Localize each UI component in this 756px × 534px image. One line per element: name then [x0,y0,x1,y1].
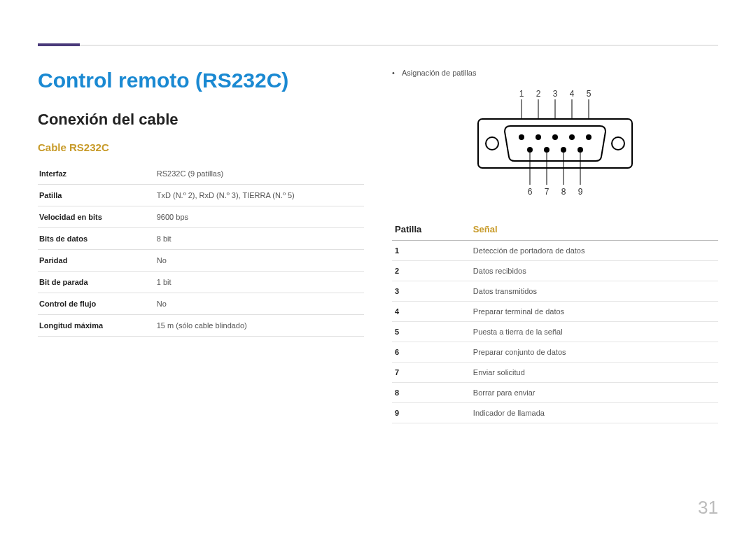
pin-signal: Preparar conjunto de datos [470,342,718,363]
spec-value: No [155,293,364,315]
subsection-title: Cable RS232C [38,141,364,153]
spec-label: Velocidad en bits [38,206,155,228]
connector-pin-label: 7 [545,187,550,197]
spec-value: 8 bit [155,228,364,250]
table-row: 2Datos recibidos [392,261,718,281]
left-column: Control remoto (RS232C) Conexión del cab… [38,69,364,423]
table-row: Longitud máxima15 m (sólo cable blindado… [38,315,364,337]
svg-point-7 [612,137,624,150]
table-row: ParidadNo [38,250,364,272]
spec-label: Patilla [38,185,155,206]
connector-pin-label: 4 [570,89,575,99]
connector-pin-label: 5 [587,89,592,99]
pin-signal: Indicador de llamada [470,403,718,423]
table-row: Bits de datos8 bit [38,228,364,250]
page-number: 31 [698,497,718,519]
svg-point-6 [486,137,498,150]
header-accent [38,43,80,46]
svg-point-8 [519,134,524,140]
pin-assignment-label: Asignación de patillas [392,69,718,77]
signal-header: Señal [470,218,718,241]
pin-signal: Datos recibidos [470,261,718,281]
table-row: 5Puesta a tierra de la señal [392,322,718,342]
table-row: Velocidad en bits9600 bps [38,206,364,228]
spec-label: Control de flujo [38,293,155,315]
table-row: 3Datos transmitidos [392,281,718,302]
spec-label: Bit de parada [38,272,155,293]
connector-pin-label: 3 [553,89,558,99]
spec-value: RS232C (9 patillas) [155,163,364,185]
connector-pin-label: 1 [519,89,524,99]
connector-pin-label: 8 [561,187,566,197]
pin-number: 2 [392,261,470,281]
pin-number: 7 [392,363,470,383]
right-column: Asignación de patillas 12345 [392,69,718,423]
header-rule [38,45,718,45]
connector-pin-label: 9 [578,187,583,197]
svg-point-10 [552,134,558,140]
table-row: 8Borrar para enviar [392,383,718,403]
pin-signal: Puesta a tierra de la señal [470,322,718,342]
pin-signal: Preparar terminal de datos [470,302,718,322]
spec-value: TxD (N.º 2), RxD (N.º 3), TIERRA (N.º 5) [155,185,364,206]
pin-number: 8 [392,383,470,403]
svg-point-15 [561,147,566,153]
svg-point-16 [578,147,583,153]
spec-value: No [155,250,364,272]
table-row: 4Preparar terminal de datos [392,302,718,322]
pin-number: 3 [392,281,470,302]
table-row: 1Detección de portadora de datos [392,241,718,261]
table-row: InterfazRS232C (9 patillas) [38,163,364,185]
table-row: PatillaTxD (N.º 2), RxD (N.º 3), TIERRA … [38,185,364,206]
pin-number: 5 [392,322,470,342]
pin-signal: Detección de portadora de datos [470,241,718,261]
pin-signal: Borrar para enviar [470,383,718,403]
section-title: Conexión del cable [38,111,364,129]
svg-point-9 [536,134,541,140]
svg-point-12 [586,134,592,140]
table-row: 6Preparar conjunto de datos [392,342,718,363]
spec-label: Paridad [38,250,155,272]
connector-diagram: 12345 6789 [392,87,718,199]
pin-signal: Datos transmitidos [470,281,718,302]
page-title: Control remoto (RS232C) [38,69,364,92]
table-row: Bit de parada1 bit [38,272,364,293]
table-row: 9Indicador de llamada [392,403,718,423]
spec-label: Longitud máxima [38,315,155,337]
svg-point-14 [544,147,550,153]
pin-number: 4 [392,302,470,322]
spec-table: InterfazRS232C (9 patillas)PatillaTxD (N… [38,163,364,337]
spec-value: 9600 bps [155,206,364,228]
svg-point-11 [569,134,575,140]
svg-point-13 [527,147,533,153]
table-row: 7Enviar solicitud [392,363,718,383]
spec-value: 15 m (sólo cable blindado) [155,315,364,337]
connector-pin-label: 6 [528,187,533,197]
pin-table: Patilla Señal 1Detección de portadora de… [392,218,718,423]
pin-header: Patilla [392,218,470,241]
pin-number: 6 [392,342,470,363]
spec-label: Interfaz [38,163,155,185]
connector-pin-label: 2 [536,89,541,99]
table-row: Control de flujoNo [38,293,364,315]
pin-signal: Enviar solicitud [470,363,718,383]
pin-number: 1 [392,241,470,261]
spec-value: 1 bit [155,272,364,293]
spec-label: Bits de datos [38,228,155,250]
pin-number: 9 [392,403,470,423]
